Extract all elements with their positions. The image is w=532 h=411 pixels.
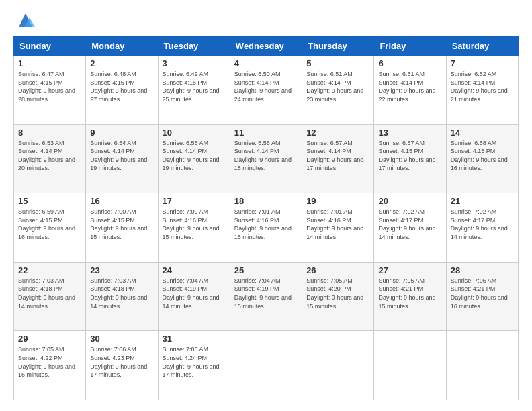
- day-number: 30: [90, 334, 153, 344]
- day-number: 8: [18, 128, 81, 138]
- day-cell: 7Sunrise: 6:52 AMSunset: 4:14 PMDaylight…: [446, 56, 518, 125]
- header-day-sunday: Sunday: [14, 37, 86, 56]
- day-number: 29: [18, 334, 81, 344]
- day-info: Sunrise: 6:48 AMSunset: 4:15 PMDaylight:…: [90, 71, 147, 103]
- day-number: 19: [306, 196, 369, 206]
- day-cell: 22Sunrise: 7:03 AMSunset: 4:18 PMDayligh…: [14, 262, 86, 331]
- day-cell: 18Sunrise: 7:01 AMSunset: 4:16 PMDayligh…: [230, 193, 302, 263]
- day-cell: 4Sunrise: 6:50 AMSunset: 4:14 PMDaylight…: [230, 56, 302, 125]
- day-info: Sunrise: 6:52 AMSunset: 4:14 PMDaylight:…: [451, 71, 508, 103]
- day-number: 26: [306, 265, 369, 275]
- day-info: Sunrise: 6:53 AMSunset: 4:14 PMDaylight:…: [18, 140, 75, 172]
- week-row-5: 29Sunrise: 7:05 AMSunset: 4:22 PMDayligh…: [14, 331, 519, 400]
- day-info: Sunrise: 7:00 AMSunset: 4:16 PMDaylight:…: [163, 208, 220, 240]
- day-number: 20: [378, 196, 441, 206]
- logo: [13, 11, 35, 30]
- day-number: 2: [90, 58, 153, 68]
- day-info: Sunrise: 7:05 AMSunset: 4:21 PMDaylight:…: [378, 277, 435, 310]
- day-info: Sunrise: 7:06 AMSunset: 4:23 PMDaylight:…: [90, 346, 147, 378]
- day-number: 22: [18, 265, 81, 275]
- day-number: 1: [18, 58, 81, 68]
- day-number: 6: [378, 58, 441, 68]
- day-cell: [302, 331, 374, 400]
- week-row-2: 8Sunrise: 6:53 AMSunset: 4:14 PMDaylight…: [14, 124, 519, 193]
- day-info: Sunrise: 7:01 AMSunset: 4:16 PMDaylight:…: [306, 208, 363, 240]
- day-info: Sunrise: 7:00 AMSunset: 4:15 PMDaylight:…: [90, 208, 147, 240]
- page: SundayMondayTuesdayWednesdayThursdayFrid…: [0, 0, 532, 411]
- day-info: Sunrise: 7:04 AMSunset: 4:19 PMDaylight:…: [163, 277, 220, 310]
- day-cell: 21Sunrise: 7:02 AMSunset: 4:17 PMDayligh…: [446, 193, 518, 263]
- day-number: 27: [378, 265, 441, 275]
- day-number: 31: [163, 334, 226, 344]
- day-number: 10: [163, 128, 226, 138]
- day-info: Sunrise: 7:03 AMSunset: 4:18 PMDaylight:…: [90, 277, 147, 310]
- day-info: Sunrise: 6:56 AMSunset: 4:14 PMDaylight:…: [234, 140, 292, 172]
- day-info: Sunrise: 7:05 AMSunset: 4:21 PMDaylight:…: [451, 277, 508, 310]
- day-info: Sunrise: 6:59 AMSunset: 4:15 PMDaylight:…: [18, 208, 75, 240]
- day-number: 3: [163, 58, 226, 68]
- day-cell: 20Sunrise: 7:02 AMSunset: 4:17 PMDayligh…: [374, 193, 446, 263]
- day-cell: 30Sunrise: 7:06 AMSunset: 4:23 PMDayligh…: [86, 331, 158, 400]
- day-number: 18: [234, 196, 298, 206]
- header-day-tuesday: Tuesday: [158, 37, 230, 56]
- header-day-saturday: Saturday: [446, 37, 518, 56]
- day-info: Sunrise: 7:02 AMSunset: 4:17 PMDaylight:…: [451, 208, 508, 240]
- day-number: 25: [234, 265, 298, 275]
- day-info: Sunrise: 7:06 AMSunset: 4:24 PMDaylight:…: [163, 346, 220, 378]
- day-number: 12: [306, 128, 369, 138]
- day-cell: 5Sunrise: 6:51 AMSunset: 4:14 PMDaylight…: [302, 56, 374, 125]
- header-day-friday: Friday: [374, 37, 446, 56]
- day-number: 17: [163, 196, 226, 206]
- day-info: Sunrise: 6:55 AMSunset: 4:14 PMDaylight:…: [163, 140, 220, 172]
- day-info: Sunrise: 6:51 AMSunset: 4:14 PMDaylight:…: [306, 71, 363, 103]
- header-day-wednesday: Wednesday: [230, 37, 302, 56]
- day-info: Sunrise: 7:04 AMSunset: 4:19 PMDaylight:…: [234, 277, 292, 310]
- day-info: Sunrise: 7:05 AMSunset: 4:22 PMDaylight:…: [18, 346, 75, 378]
- day-cell: 15Sunrise: 6:59 AMSunset: 4:15 PMDayligh…: [14, 193, 86, 263]
- day-cell: [230, 331, 302, 400]
- day-info: Sunrise: 7:03 AMSunset: 4:18 PMDaylight:…: [18, 277, 75, 310]
- day-cell: [446, 331, 518, 400]
- day-info: Sunrise: 6:47 AMSunset: 4:15 PMDaylight:…: [18, 71, 75, 103]
- week-row-4: 22Sunrise: 7:03 AMSunset: 4:18 PMDayligh…: [14, 262, 519, 331]
- day-cell: 16Sunrise: 7:00 AMSunset: 4:15 PMDayligh…: [86, 193, 158, 263]
- day-cell: 3Sunrise: 6:49 AMSunset: 4:15 PMDaylight…: [158, 56, 230, 125]
- day-cell: 27Sunrise: 7:05 AMSunset: 4:21 PMDayligh…: [374, 262, 446, 331]
- day-cell: 10Sunrise: 6:55 AMSunset: 4:14 PMDayligh…: [158, 124, 230, 193]
- day-cell: 31Sunrise: 7:06 AMSunset: 4:24 PMDayligh…: [158, 331, 230, 400]
- day-info: Sunrise: 6:54 AMSunset: 4:14 PMDaylight:…: [90, 140, 147, 172]
- day-cell: 9Sunrise: 6:54 AMSunset: 4:14 PMDaylight…: [86, 124, 158, 193]
- day-number: 16: [90, 196, 153, 206]
- week-row-1: 1Sunrise: 6:47 AMSunset: 4:15 PMDaylight…: [14, 56, 519, 125]
- day-number: 24: [163, 265, 226, 275]
- day-cell: 1Sunrise: 6:47 AMSunset: 4:15 PMDaylight…: [14, 56, 86, 125]
- day-number: 9: [90, 128, 153, 138]
- day-info: Sunrise: 7:01 AMSunset: 4:16 PMDaylight:…: [234, 208, 292, 240]
- day-number: 13: [378, 128, 441, 138]
- day-info: Sunrise: 6:49 AMSunset: 4:15 PMDaylight:…: [163, 71, 220, 103]
- day-cell: 14Sunrise: 6:58 AMSunset: 4:15 PMDayligh…: [446, 124, 518, 193]
- day-number: 21: [451, 196, 514, 206]
- day-cell: 23Sunrise: 7:03 AMSunset: 4:18 PMDayligh…: [86, 262, 158, 331]
- calendar-table: SundayMondayTuesdayWednesdayThursdayFrid…: [13, 36, 519, 400]
- day-cell: 13Sunrise: 6:57 AMSunset: 4:15 PMDayligh…: [374, 124, 446, 193]
- day-number: 5: [306, 58, 369, 68]
- day-cell: [374, 331, 446, 400]
- day-cell: 8Sunrise: 6:53 AMSunset: 4:14 PMDaylight…: [14, 124, 86, 193]
- day-info: Sunrise: 7:05 AMSunset: 4:20 PMDaylight:…: [306, 277, 363, 310]
- logo-icon: [16, 11, 35, 30]
- week-row-3: 15Sunrise: 6:59 AMSunset: 4:15 PMDayligh…: [14, 193, 519, 263]
- header-row: SundayMondayTuesdayWednesdayThursdayFrid…: [14, 37, 519, 56]
- day-info: Sunrise: 6:58 AMSunset: 4:15 PMDaylight:…: [451, 140, 508, 172]
- day-cell: 11Sunrise: 6:56 AMSunset: 4:14 PMDayligh…: [230, 124, 302, 193]
- header-day-monday: Monday: [86, 37, 158, 56]
- day-number: 4: [234, 58, 298, 68]
- day-cell: 28Sunrise: 7:05 AMSunset: 4:21 PMDayligh…: [446, 262, 518, 331]
- day-cell: 29Sunrise: 7:05 AMSunset: 4:22 PMDayligh…: [14, 331, 86, 400]
- day-number: 7: [451, 58, 514, 68]
- day-number: 15: [18, 196, 81, 206]
- day-cell: 12Sunrise: 6:57 AMSunset: 4:14 PMDayligh…: [302, 124, 374, 193]
- day-info: Sunrise: 6:50 AMSunset: 4:14 PMDaylight:…: [234, 71, 292, 103]
- day-cell: 6Sunrise: 6:51 AMSunset: 4:14 PMDaylight…: [374, 56, 446, 125]
- day-cell: 17Sunrise: 7:00 AMSunset: 4:16 PMDayligh…: [158, 193, 230, 263]
